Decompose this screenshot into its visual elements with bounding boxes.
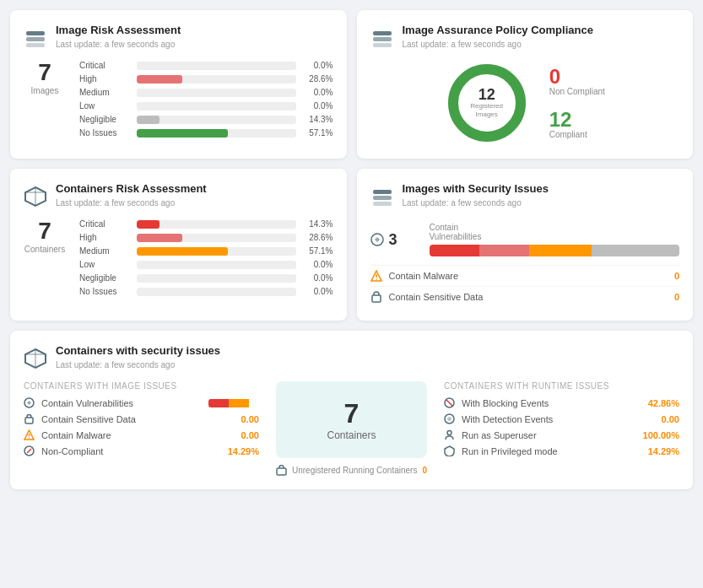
- bar-track: [137, 129, 296, 138]
- bottom-vuln-bar: [208, 399, 259, 407]
- svg-line-25: [446, 400, 452, 406]
- bar-pct: 28.6%: [303, 74, 333, 84]
- non-compliant-stat: 0 Non Compliant: [549, 67, 605, 96]
- bar-row: No Issues 0.0%: [79, 287, 333, 296]
- bar-track: [137, 102, 296, 111]
- image-risk-card: Image Risk Assessment Last update: a few…: [10, 10, 347, 159]
- blocking-label: With Blocking Events: [462, 398, 641, 408]
- image-count-label: Images: [24, 86, 66, 95]
- svg-rect-23: [277, 468, 286, 475]
- svg-rect-3: [373, 31, 392, 35]
- bar-label: No Issues: [79, 128, 130, 138]
- bar-label: Low: [79, 260, 130, 269]
- runtime-issues-section: Containers with Runtime Issues With Bloc…: [444, 381, 679, 476]
- blocking-val: 42.86%: [648, 398, 679, 408]
- bar-label: Negligible: [79, 273, 130, 283]
- svg-rect-0: [26, 31, 45, 35]
- privileged-label: Run in Privileged mode: [462, 446, 641, 456]
- superuser-val: 100.00%: [643, 430, 679, 440]
- containers-security-icon: [24, 346, 47, 370]
- security-issues-header: Images with Security Issues Last update:…: [370, 182, 680, 208]
- containers-security-header: Containers with security issues Last upd…: [24, 344, 679, 370]
- bar-row: No Issues 57.1%: [79, 128, 333, 138]
- superuser-row: Run as Superuser 100.00%: [444, 429, 679, 440]
- bar-pct: 14.3%: [303, 219, 333, 229]
- bar-row: High 28.6%: [79, 74, 333, 84]
- bar-track: [137, 89, 296, 97]
- image-compliance-card: Image Assurance Policy Compliance Last u…: [357, 10, 694, 159]
- container-risk-title: Containers Risk Assessment: [56, 182, 207, 197]
- image-compliance-title: Image Assurance Policy Compliance: [403, 24, 593, 38]
- container-risk-subtitle: Last update: a few seconds ago: [56, 198, 207, 208]
- bar-row: Medium 0.0%: [79, 88, 333, 97]
- image-issues-title: Containers with Image Issues: [24, 381, 259, 391]
- bar-label: No Issues: [79, 287, 130, 296]
- bar-track: [137, 261, 296, 269]
- bottom-noncompliant-row: Non-Compliant 14.29%: [24, 445, 259, 456]
- unregistered-row: Unregistered Running Containers 0: [276, 465, 427, 476]
- unregistered-value: 0: [422, 466, 427, 475]
- container-count-block: 7 Containers: [24, 219, 66, 254]
- bottom-noncompliant-val: 14.29%: [228, 446, 259, 456]
- bottom-malware-row: Contain Malware 0.00: [24, 429, 259, 440]
- bottom-vuln-icon: [24, 397, 35, 408]
- image-count: 7: [24, 61, 66, 84]
- unregistered-icon: [276, 465, 287, 476]
- container-risk-header: Containers Risk Assessment Last update: …: [24, 182, 333, 208]
- detection-icon: [444, 413, 455, 424]
- bar-row: Medium 57.1%: [79, 246, 333, 256]
- security-issues-title-block: Images with Security Issues Last update:…: [403, 182, 549, 208]
- bar-label: Critical: [79, 61, 130, 70]
- privileged-row: Run in Privileged mode 14.29%: [444, 445, 679, 456]
- svg-point-14: [376, 278, 377, 280]
- bar-track: [137, 75, 296, 84]
- bar-fill: [137, 75, 182, 84]
- bar-pct: 14.3%: [303, 115, 333, 124]
- vuln-label: ContainVulnerabilities: [430, 223, 680, 241]
- container-risk-title-block: Containers Risk Assessment Last update: …: [56, 182, 207, 208]
- malware-value: 0: [674, 271, 679, 281]
- malware-label: Contain Malware: [389, 271, 668, 281]
- image-compliance-header: Image Assurance Policy Compliance Last u…: [370, 24, 680, 49]
- bar-label: Low: [79, 101, 130, 111]
- bottom-sensitive-label: Contain Sensitive Data: [41, 414, 235, 424]
- vuln-row: 3 ContainVulnerabilities: [370, 223, 680, 256]
- donut-total: 12: [470, 87, 503, 102]
- vuln-segment: [592, 245, 679, 256]
- image-compliance-subtitle: Last update: a few seconds ago: [403, 40, 593, 49]
- bar-row: Low 0.0%: [79, 260, 333, 269]
- container-risk-content: 7 Containers Critical 14.3% High 28.6% M…: [24, 219, 333, 300]
- svg-rect-4: [373, 37, 392, 41]
- svg-rect-17: [25, 418, 33, 423]
- sensitive-data-row: Contain Sensitive Data 0: [370, 286, 680, 307]
- containers-security-title: Containers with security issues: [56, 344, 220, 359]
- bar-fill: [137, 116, 160, 124]
- runtime-issues-title: Containers with Runtime Issues: [444, 381, 679, 391]
- image-risk-title: Image Risk Assessment: [56, 24, 181, 38]
- svg-rect-1: [26, 37, 45, 41]
- bar-pct: 0.0%: [303, 61, 333, 70]
- superuser-icon: [444, 429, 455, 440]
- center-section: 7 Containers Unregistered Running Contai…: [276, 381, 427, 476]
- bar-track: [137, 234, 296, 242]
- image-risk-title-block: Image Risk Assessment Last update: a few…: [56, 24, 181, 49]
- vuln-segment: [430, 245, 479, 256]
- non-compliant-num: 0: [549, 67, 605, 87]
- compliant-num: 12: [549, 110, 605, 130]
- bar-pct: 0.0%: [303, 287, 333, 296]
- blocking-icon: [444, 397, 455, 408]
- malware-icon: [370, 270, 382, 282]
- bar-label: Negligible: [79, 115, 130, 124]
- container-risk-bars: Critical 14.3% High 28.6% Medium 57.1% L…: [79, 219, 333, 300]
- bottom-noncompliant-label: Non-Compliant: [41, 446, 221, 456]
- bar-row: Negligible 14.3%: [79, 115, 333, 124]
- detection-label: With Detection Events: [462, 414, 655, 424]
- vuln-segment: [529, 245, 592, 256]
- svg-rect-10: [373, 202, 392, 206]
- bar-row: Low 0.0%: [79, 101, 333, 111]
- detection-val: 0.00: [662, 414, 679, 424]
- center-label: Containers: [327, 429, 376, 441]
- compliance-stats: 0 Non Compliant 12 Compliant: [549, 67, 605, 139]
- compliance-content: 12 RegisteredImages 0 Non Compliant 12 C…: [370, 61, 680, 145]
- vuln-count: 3: [389, 231, 397, 249]
